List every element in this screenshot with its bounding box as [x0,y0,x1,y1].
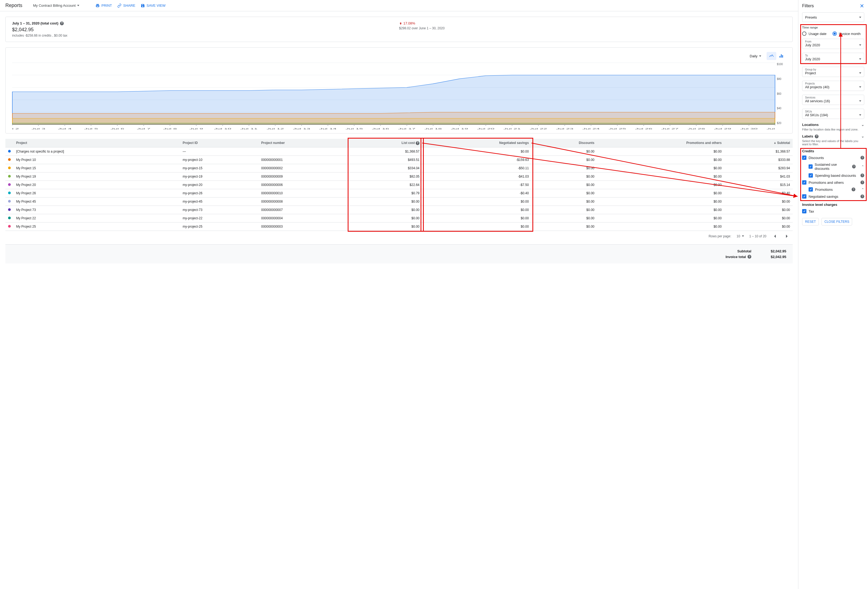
filters-panel: Filters✕ Presets Time range Usage date I… [798,0,868,589]
svg-text:Jul 7: Jul 7 [137,127,151,130]
granularity-select[interactable]: Daily [750,54,761,58]
locations-hint: Filter by location data like region and … [802,128,864,131]
page-title: Reports [5,3,22,8]
usage-date-radio[interactable] [802,31,806,36]
help-icon[interactable]: ? [815,135,819,138]
totals-panel: Subtotal$2,042.95 Invoice total?$2,042.9… [5,244,793,263]
table-row[interactable]: My Project 15my-project-15000000000002$3… [5,164,793,172]
to-month-select[interactable]: ToJuly 2020 [802,53,864,63]
svg-text:Jul 29: Jul 29 [714,127,731,130]
close-filters-button[interactable]: CLOSE FILTERS [821,218,852,225]
help-icon[interactable]: ? [861,181,864,184]
svg-text:Jul 12: Jul 12 [266,127,284,130]
negotiated-savings-checkbox[interactable] [802,194,806,198]
bar-chart-icon [779,54,783,58]
svg-text:Jul 22: Jul 22 [530,127,547,130]
svg-text:Jul 14: Jul 14 [319,127,337,130]
spending-based-checkbox[interactable] [809,173,813,178]
presets-select[interactable]: Presets [802,12,864,22]
print-button[interactable]: PRINT [96,3,112,8]
help-icon[interactable]: ? [852,165,855,169]
svg-text:Jul 11: Jul 11 [241,127,258,130]
table-row[interactable]: [Charges not specific to a project]—$1,3… [5,147,793,155]
help-icon[interactable]: ? [861,173,864,177]
table-row[interactable]: My Project 73my-project-73000000000007$0… [5,206,793,214]
summary-delta: 17.08% [399,21,786,25]
help-icon[interactable]: ? [852,188,855,191]
pager-range: 1 – 10 of 20 [750,234,766,238]
services-select[interactable]: ServicesAll services (16) [802,95,864,105]
pager-prev-button[interactable] [772,233,778,240]
svg-text:Jul 10: Jul 10 [214,127,231,130]
close-icon[interactable]: ✕ [860,3,864,9]
promotions-checkbox[interactable] [802,180,806,185]
bar-chart-button[interactable] [776,52,786,60]
billing-account-select[interactable]: My Contract Billing Account [33,3,79,7]
help-icon[interactable]: ? [747,255,751,259]
invoice-month-radio[interactable] [833,31,837,36]
svg-text:Jul 15: Jul 15 [345,127,363,130]
chevron-up-icon[interactable]: ⌃ [861,188,864,192]
save-view-button[interactable]: SAVE VIEW [141,3,165,8]
svg-text:Jul 23: Jul 23 [556,127,573,130]
svg-text:Jul 13: Jul 13 [293,127,310,130]
filters-title: Filters [802,3,814,8]
svg-text:Jul 28: Jul 28 [688,127,705,130]
cost-table: ProjectProject IDProject numberList cost… [5,139,793,231]
help-icon[interactable]: ? [60,22,64,25]
reset-button[interactable]: RESET [802,218,819,225]
svg-text:Jul 18: Jul 18 [425,127,442,130]
summary-delta-detail: $298.02 over June 1 – 30, 2020 [399,27,786,30]
summary-breakdown: includes -$258.66 in credits , $0.00 tax [12,34,399,37]
chevron-down-icon[interactable]: ⌄ [861,123,864,127]
invoice-total-value: $2,042.95 [759,255,786,259]
svg-text:Jul 24: Jul 24 [582,127,599,130]
pager-next-button[interactable] [784,233,790,240]
table-row[interactable]: My Project 20my-project-20000000000006$2… [5,181,793,189]
summary-card: July 1 – 31, 2020 (total cost)? $2,042.9… [5,17,793,42]
labels-label: Labels [802,134,813,138]
pager-label: Rows per page: [709,234,731,238]
invoice-charges-label: Invoice level charges [802,203,837,207]
chevron-up-icon[interactable]: ⌃ [861,165,864,169]
svg-text:Jul 3: Jul 3 [31,127,45,130]
skus-select[interactable]: SKUsAll SKUs (194) [802,109,864,119]
locations-label: Locations [802,123,819,127]
sustained-use-checkbox[interactable] [809,164,813,169]
discounts-checkbox[interactable] [802,155,806,160]
caret-down-icon [77,5,79,6]
pager-per-select[interactable]: 10 [737,234,744,238]
table-row[interactable]: My Project 45my-project-45000000000008$0… [5,197,793,206]
table-row[interactable]: My Project 10my-project-10000000000001$4… [5,155,793,164]
group-by-select[interactable]: Group byProject [802,67,864,77]
promotions-sub-checkbox[interactable] [809,187,813,192]
table-row[interactable]: My Project 19my-project-19000000000009$8… [5,172,793,181]
line-chart-button[interactable] [767,52,776,60]
svg-text:Jul 16: Jul 16 [372,127,389,130]
svg-text:Jul 30: Jul 30 [740,127,757,130]
svg-text:Jul 21: Jul 21 [503,127,521,130]
credits-label: Credits [802,149,814,153]
tax-checkbox[interactable] [802,209,806,213]
svg-text:Jul 25: Jul 25 [609,127,626,130]
invoice-total-label: Invoice total [725,255,746,259]
svg-text:Jul 26: Jul 26 [635,127,652,130]
time-range-label: Time range [802,26,864,29]
from-month-select[interactable]: FromJuly 2020 [802,39,864,49]
share-button[interactable]: SHARE [117,3,135,8]
summary-total: $2,042.95 [12,27,399,33]
svg-text:Jul 5: Jul 5 [84,127,98,130]
help-icon[interactable]: ? [861,156,864,160]
table-row[interactable]: My Project 26my-project-26000000000010$0… [5,189,793,197]
chevron-down-icon[interactable]: ⌄ [861,134,864,138]
help-icon[interactable]: ? [861,195,864,198]
summary-period: July 1 – 31, 2020 (total cost) [12,21,58,25]
print-icon [96,3,100,8]
table-row[interactable]: My Project 25my-project-25000000000003$0… [5,222,793,231]
projects-select[interactable]: ProjectsAll projects (40) [802,81,864,91]
svg-text:Jul 20: Jul 20 [477,127,494,130]
cost-chart[interactable]: Jul 2Jul 3Jul 4Jul 5Jul 6Jul 7Jul 8Jul 9… [12,61,775,131]
labels-hint: Select the key and values of the labels … [802,139,864,146]
table-row[interactable]: My Project 22my-project-22000000000004$0… [5,214,793,222]
chart-card: Daily Jul 2Jul 3Jul 4Jul 5Jul 6Jul 7Jul … [5,47,793,133]
